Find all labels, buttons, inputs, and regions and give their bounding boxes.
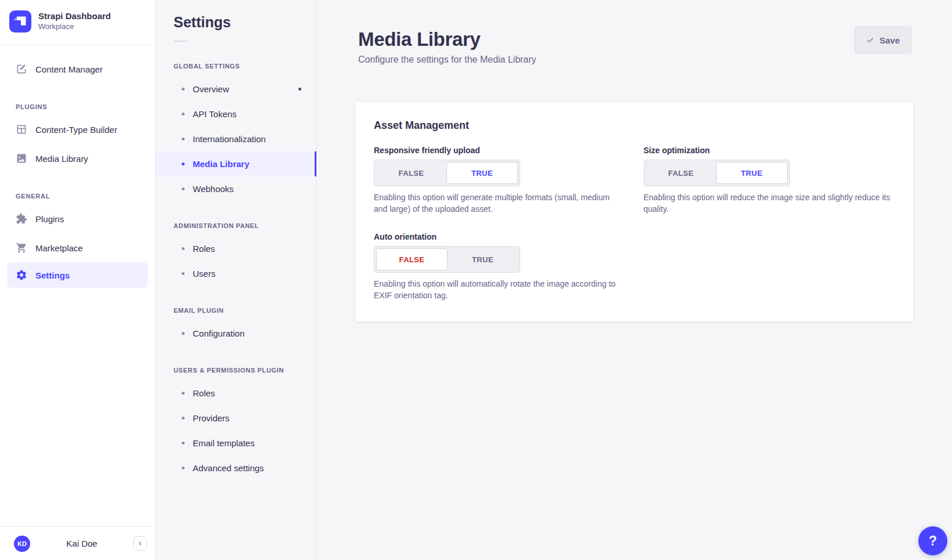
brand-text: Strapi Dashboard Workplace xyxy=(38,11,111,32)
section-administration-panel: ADMINISTRATION PANEL Roles Users xyxy=(156,222,316,286)
bullet-icon xyxy=(182,113,185,115)
nav-item-media-library[interactable]: Media Library xyxy=(0,144,155,173)
subnav-item-up-roles[interactable]: Roles xyxy=(156,381,316,406)
subnav-item-email-templates[interactable]: Email templates xyxy=(156,431,316,456)
nav-item-label: Content-Type Builder xyxy=(35,125,117,135)
main-sidebar: Strapi Dashboard Workplace Content Manag… xyxy=(0,0,156,560)
bullet-icon xyxy=(182,392,185,395)
subnav-item-media-library[interactable]: Media Library xyxy=(156,151,316,176)
workspace-brand: Strapi Dashboard Workplace xyxy=(0,0,155,45)
page-subtitle: Configure the settings for the Media Lib… xyxy=(358,55,536,65)
nav-item-content-manager[interactable]: Content Manager xyxy=(0,55,155,84)
subnav-item-label: Roles xyxy=(193,244,215,254)
gear-icon xyxy=(16,269,27,281)
settings-sidebar-title: Settings xyxy=(174,14,316,31)
nav-item-label: Content Manager xyxy=(35,64,103,74)
content-manager-icon xyxy=(16,63,27,75)
nav-item-label: Settings xyxy=(35,270,70,280)
bullet-icon xyxy=(182,442,185,445)
question-mark-icon: ? xyxy=(929,533,937,549)
notification-dot xyxy=(298,88,301,91)
bullet-icon xyxy=(182,247,185,250)
brand-title: Strapi Dashboard xyxy=(38,11,111,22)
subnav-item-label: Roles xyxy=(193,388,215,398)
bullet-icon xyxy=(182,162,185,165)
responsive-friendly-upload-true-option[interactable]: TRUE xyxy=(446,162,518,184)
subnav-item-overview[interactable]: Overview xyxy=(156,77,316,102)
page-title: Media Library xyxy=(358,29,536,50)
size-optimization-false-option[interactable]: FALSE xyxy=(646,162,716,184)
bullet-icon xyxy=(182,138,185,140)
subnav-item-label: Webhooks xyxy=(193,184,234,194)
nav-item-plugins[interactable]: Plugins xyxy=(0,204,155,233)
avatar: KD xyxy=(14,536,30,552)
nav-item-marketplace[interactable]: Marketplace xyxy=(0,233,155,262)
subnav-item-advanced-settings[interactable]: Advanced settings xyxy=(156,456,316,480)
responsive-friendly-upload-toggle: FALSE TRUE xyxy=(374,160,520,186)
subnav-item-internationalization[interactable]: Internationalization xyxy=(156,127,316,151)
save-button[interactable]: Save xyxy=(854,27,911,53)
help-button[interactable]: ? xyxy=(918,526,947,555)
nav-item-label: Plugins xyxy=(35,214,64,224)
auto-orientation-true-option[interactable]: TRUE xyxy=(448,248,518,270)
main-content: Media Library Configure the settings for… xyxy=(317,0,952,560)
responsive-friendly-upload-false-option[interactable]: FALSE xyxy=(376,162,446,184)
subnav-item-label: Internationalization xyxy=(193,134,266,144)
section-header: ADMINISTRATION PANEL xyxy=(174,222,316,229)
field-hint: Enabling this option will automatically … xyxy=(374,279,625,301)
nav-section-plugins: PLUGINS xyxy=(16,103,155,110)
subnav-item-label: Email templates xyxy=(193,438,255,448)
subnav-item-label: Configuration xyxy=(193,328,244,338)
field-label: Responsive friendly upload xyxy=(374,146,625,155)
subnav-item-label: Media Library xyxy=(193,159,250,169)
size-optimization-toggle: FALSE TRUE xyxy=(644,160,790,186)
field-hint: Enabling this option will generate multi… xyxy=(374,192,625,215)
page-header: Media Library Configure the settings for… xyxy=(317,0,952,65)
media-library-icon xyxy=(16,153,27,164)
subnav-item-label: Providers xyxy=(193,413,229,423)
card-title: Asset Management xyxy=(374,120,895,132)
subnav-item-webhooks[interactable]: Webhooks xyxy=(156,176,316,201)
subnav-item-admin-users[interactable]: Users xyxy=(156,261,316,286)
subnav-item-admin-roles[interactable]: Roles xyxy=(156,236,316,261)
nav-item-label: Marketplace xyxy=(35,243,83,253)
size-optimization-true-option[interactable]: TRUE xyxy=(716,162,788,184)
nav-item-label: Media Library xyxy=(35,154,88,164)
subnav-item-email-configuration[interactable]: Configuration xyxy=(156,321,316,346)
field-label: Size optimization xyxy=(644,146,895,155)
collapse-sidebar-button[interactable] xyxy=(134,536,147,551)
subnav-item-label: Overview xyxy=(193,84,229,94)
auto-orientation-toggle: FALSE TRUE xyxy=(374,246,520,273)
section-email-plugin: EMAIL PLUGIN Configuration xyxy=(156,307,316,346)
content-type-builder-icon xyxy=(16,124,27,135)
save-button-label: Save xyxy=(879,35,900,45)
subnav-item-label: Advanced settings xyxy=(193,463,264,473)
section-global-settings: GLOBAL SETTINGS Overview API Tokens Inte… xyxy=(156,63,316,201)
section-header: EMAIL PLUGIN xyxy=(174,307,316,314)
strapi-logo-icon xyxy=(9,10,31,32)
auto-orientation-false-option[interactable]: FALSE xyxy=(376,248,448,270)
fields-grid: Responsive friendly upload FALSE TRUE En… xyxy=(374,146,895,301)
nav-item-content-type-builder[interactable]: Content-Type Builder xyxy=(0,115,155,144)
bullet-icon xyxy=(182,187,185,190)
section-header: GLOBAL SETTINGS xyxy=(174,63,316,70)
field-responsive-friendly-upload: Responsive friendly upload FALSE TRUE En… xyxy=(374,146,625,215)
main-nav: Content Manager PLUGINS Content-Type Bui… xyxy=(0,45,155,288)
user-row: KD Kai Doe xyxy=(0,526,155,560)
user-name: Kai Doe xyxy=(30,539,134,548)
field-auto-orientation: Auto orientation FALSE TRUE Enabling thi… xyxy=(374,232,625,301)
bullet-icon xyxy=(182,417,185,420)
subnav-item-api-tokens[interactable]: API Tokens xyxy=(156,102,316,127)
puzzle-icon xyxy=(16,213,27,225)
bullet-icon xyxy=(182,88,185,91)
cart-icon xyxy=(16,242,27,254)
subnav-item-label: API Tokens xyxy=(193,109,237,119)
nav-item-settings[interactable]: Settings xyxy=(7,262,148,288)
field-size-optimization: Size optimization FALSE TRUE Enabling th… xyxy=(644,146,895,215)
field-label: Auto orientation xyxy=(374,232,625,241)
check-icon xyxy=(866,36,874,44)
subnav-item-providers[interactable]: Providers xyxy=(156,406,316,431)
field-hint: Enabling this option will reduce the ima… xyxy=(644,192,895,215)
bullet-icon xyxy=(182,467,185,469)
title-divider xyxy=(174,41,187,42)
